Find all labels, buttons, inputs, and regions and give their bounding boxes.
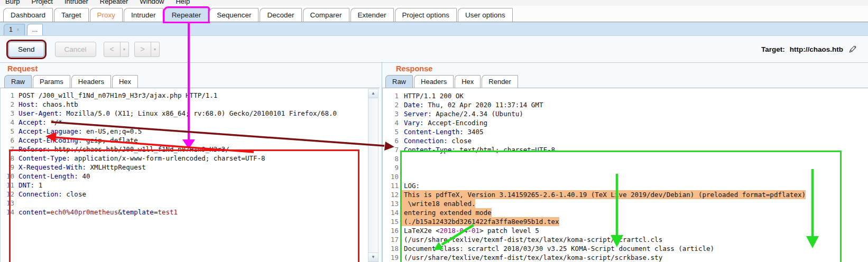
code-line: 6Accept-Encoding: gzip, deflate [1,136,380,145]
repeater-item-tab-...[interactable]: ... [27,24,43,35]
code-line: 7Content-Type: text/html; charset=UTF-8 [383,145,868,154]
line-text: Date: Thu, 02 Apr 2020 11:37:14 GMT [402,100,543,109]
menu-item-burp[interactable]: Burp [5,0,20,4]
code-line: 5Content-Length: 3405 [383,127,868,136]
menu-item-project[interactable]: Project [31,0,52,4]
line-number: 11 [1,181,16,190]
tab-target[interactable]: Target [54,8,89,22]
line-number: 4 [1,118,16,127]
code-line: 7Referer: http://chaos.htb/J00_w1ll_f1Nd… [1,145,380,154]
line-text: (/usr/share/texlive/texmf-dist/tex/latex… [402,253,662,262]
request-code-lines: 1POST /J00_w1ll_f1Nd_n07H1n9_H3r3/ajax.p… [1,91,380,217]
line-number: 13 [383,199,402,208]
tab-user-options[interactable]: User options [458,8,513,22]
line-number: 2 [383,100,402,109]
line-text: Connection: close [402,136,472,145]
code-line: 12This is pdfTeX, Version 3.14159265-2.6… [383,190,868,199]
line-text: (/usr/share/texlive/texmf-dist/tex/latex… [402,235,662,244]
response-tab-hex[interactable]: Hex [455,75,481,88]
tab-intruder[interactable]: Intruder [124,8,163,22]
next-request-button[interactable]: > [134,42,151,57]
highlighted-line-text: entering extended mode [402,208,492,217]
line-number: 4 [383,118,402,127]
menu-item-intruder[interactable]: Intruder [64,0,88,4]
repeater-item-tab-1[interactable]: 1× [4,24,25,35]
line-text: DNT: 1 [16,181,42,190]
response-editor[interactable]: 1HTTP/1.1 200 OK2Date: Thu, 02 Apr 2020 … [382,88,868,262]
edit-target-pencil-icon[interactable] [848,44,857,54]
line-text: Connection: close [16,190,86,199]
code-line: 15(./b15a12432bd3261422fa3ffa8ee95b1d.te… [383,217,868,226]
request-tab-raw[interactable]: Raw [4,75,32,88]
request-editor[interactable]: 1POST /J00_w1ll_f1Nd_n07H1n9_H3r3/ajax.p… [0,88,380,262]
line-text: HTTP/1.1 200 OK [402,91,464,100]
tab-dashboard[interactable]: Dashboard [3,8,53,22]
request-scrollbar[interactable]: ▲ ▼ [368,89,378,262]
response-tab-headers[interactable]: Headers [414,75,454,88]
line-number: 8 [383,154,402,163]
message-panels: Request RawParamsHeadersHex 1POST /J00_w… [0,62,868,262]
line-number: 10 [383,172,402,181]
code-line: 5Accept-Language: en-US,en;q=0.5 [1,127,380,136]
tab-proxy[interactable]: Proxy [90,8,123,22]
code-line: 19(/usr/share/texlive/texmf-dist/tex/lat… [383,253,868,262]
prev-request-button[interactable]: < [104,42,121,57]
tab-project-options[interactable]: Project options [395,8,457,22]
line-text: Vary: Accept-Encoding [402,118,487,127]
menu-item-repeater[interactable]: Repeater [100,0,128,4]
code-line: 12Connection: close [1,190,380,199]
prev-dropdown-arrow-icon[interactable]: ▼ [121,42,129,57]
highlighted-line-text: (./b15a12432bd3261422fa3ffa8ee95b1d.tex [402,217,559,226]
request-editor-tabs: RawParamsHeadersHex [0,74,380,88]
next-dropdown-arrow-icon[interactable]: ▼ [151,42,160,57]
line-number: 11 [383,181,402,190]
menu-item-window[interactable]: Window [140,0,164,4]
repeater-tab-bar: 1×... [0,22,868,36]
code-line: 3Server: Apache/2.4.34 (Ubuntu) [383,109,868,118]
request-tab-hex[interactable]: Hex [112,75,138,88]
line-number: 2 [1,100,16,109]
request-tab-headers[interactable]: Headers [71,75,111,88]
next-request-split-button[interactable]: > ▼ [134,42,160,57]
request-tab-params[interactable]: Params [33,75,70,88]
response-tab-render[interactable]: Render [482,75,518,88]
tab-sequencer[interactable]: Sequencer [209,8,258,22]
code-line: 16LaTeX2e <2018-04-01> patch level 5 [383,226,868,235]
tab-extender[interactable]: Extender [350,8,394,22]
line-number: 6 [383,136,402,145]
response-panel-title: Response [382,62,868,74]
response-tab-raw[interactable]: Raw [385,75,413,88]
scroll-up-arrow-icon[interactable]: ▲ [368,89,378,98]
line-number: 19 [383,253,402,262]
line-text [402,163,404,172]
tab-decoder[interactable]: Decoder [260,8,301,22]
line-number: 17 [383,235,402,244]
tab-comparer[interactable]: Comparer [303,8,349,22]
code-line: 17(/usr/share/texlive/texmf-dist/tex/lat… [383,235,868,244]
menu-item-help[interactable]: Help [176,0,190,4]
line-text: Accept: */* [16,118,62,127]
cancel-button[interactable]: Cancel [55,42,96,57]
line-text: Accept-Language: en-US,en;q=0.5 [16,127,142,136]
highlighted-line-text: \write18 enabled. [402,199,475,208]
line-number: 12 [383,190,402,199]
line-text [402,154,404,163]
target-value: http://chaos.htb [790,45,843,53]
scroll-down-arrow-icon[interactable]: ▼ [368,252,378,261]
target-label: Target: [761,45,785,53]
line-text: Referer: http://chaos.htb/J00_w1ll_f1Nd_… [16,145,229,154]
line-text: Host: chaos.htb [16,100,78,109]
close-tab-icon[interactable]: × [16,27,20,33]
code-line: 1POST /J00_w1ll_f1Nd_n07H1n9_H3r3/ajax.p… [1,91,380,100]
tab-repeater[interactable]: Repeater [164,8,209,22]
code-line: 14entering extended mode [383,208,868,217]
code-line: 10 [383,172,868,181]
prev-request-split-button[interactable]: < ▼ [104,42,129,57]
send-button[interactable]: Send [8,42,44,57]
code-line: 4Accept: */* [1,118,380,127]
menu-bar: BurpProjectIntruderRepeaterWindowHelp [0,0,868,6]
line-number: 10 [1,172,16,181]
code-line: 9X-Requested-With: XMLHttpRequest [1,163,380,172]
line-number: 7 [383,145,402,154]
line-number: 14 [383,208,402,217]
